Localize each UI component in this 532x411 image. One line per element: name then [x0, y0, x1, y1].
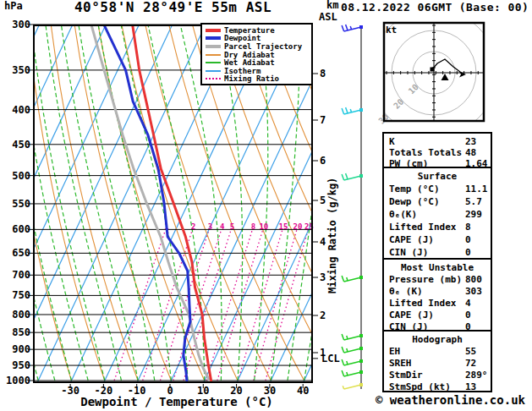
legend-label: Dewpoint	[224, 34, 261, 42]
pressure-tick-label: 550	[12, 198, 30, 210]
pressure-tick-label: 500	[12, 170, 30, 182]
stats-row-value: 55	[465, 346, 476, 357]
legend-label: Temperature	[224, 26, 275, 35]
wind-barb	[342, 334, 363, 340]
mixing-ratio-tick: 3	[208, 222, 212, 231]
mixing-ratio-tick: 8	[251, 222, 255, 231]
stats-row-value: 23	[465, 136, 476, 147]
legend-label: Mixing Ratio	[224, 74, 279, 83]
stats-row: Pressure (mb)800	[384, 274, 491, 286]
stats-row-label: EH	[389, 346, 400, 357]
mixing-ratio-tick: 2	[191, 222, 195, 231]
stats-row-value: 289°	[465, 370, 488, 381]
curve-temperature	[133, 25, 211, 381]
legend-item: Mixing Ratio	[206, 75, 311, 84]
legend-label: Dry Adiabat	[224, 51, 275, 59]
hodograph-ring-label: 20	[392, 97, 405, 111]
legend-label: Parcel Trajectory	[224, 42, 302, 51]
stats-row-value: 48	[465, 147, 476, 158]
wind-barb	[342, 25, 363, 31]
legend-label: Wet Adiabat	[224, 58, 275, 67]
stats-row-label: θₑ(K)	[389, 209, 417, 220]
km-tick-label: 8	[320, 68, 326, 79]
skewt-app: 1234581015202530035040045050055060065070…	[0, 0, 532, 411]
pressure-tick-label: 650	[12, 247, 30, 259]
stats-row-label: Dewp (°C)	[389, 196, 440, 207]
pressure-tick-label: 900	[12, 343, 30, 355]
stats-row-label: StmDir	[389, 370, 423, 381]
legend-swatch-parcel-trajectory	[206, 45, 221, 48]
mixing-ratio-tick: 10	[259, 222, 268, 231]
lcl-label: LCL	[321, 353, 340, 364]
legend-item: Isotherm	[206, 67, 311, 75]
stats-row-label: θₑ (K)	[389, 286, 423, 297]
legend-swatch-wet-adiabat	[206, 62, 221, 63]
stats-row-label: StmSpd (kt)	[389, 381, 451, 392]
stats-row: EH55	[384, 346, 491, 358]
stats-row: Lifted Index4	[384, 298, 491, 310]
hodograph-ring-label: 10	[407, 82, 420, 96]
stats-row-value: 8	[465, 222, 471, 233]
km-tick-label: 4	[320, 236, 326, 248]
pressure-tick-label: 950	[12, 359, 30, 371]
km-tick-label: 6	[320, 155, 326, 167]
legend-swatch-isotherm	[206, 70, 221, 72]
pressure-unit-label: hPa	[4, 1, 23, 12]
pressure-tick-label: 700	[12, 269, 30, 281]
temp-tick-label: 40	[297, 385, 309, 397]
km-unit-label: km	[326, 0, 338, 11]
mixing-ratio-tick: 15	[279, 222, 288, 231]
stats-box-surface: SurfaceTemp (°C)11.1Dewp (°C)5.7θₑ(K)299…	[382, 167, 492, 260]
stats-row-label: SREH	[389, 358, 412, 369]
stats-row-value: 0	[465, 234, 471, 245]
stats-title: Hodograph	[384, 334, 491, 346]
stats-row: SREH72	[384, 358, 491, 370]
km-asl-axis: 87654321	[313, 68, 326, 359]
footer-credit: © weatheronline.co.uk	[376, 394, 525, 407]
legend-swatch-dewpoint	[206, 36, 221, 40]
wind-barb	[342, 173, 363, 180]
stats-row: Temp (°C)11.1	[384, 184, 491, 196]
datetime-label: 08.12.2022 06GMT (Base: 00)	[341, 2, 529, 14]
stats-row: Lifted Index8	[384, 222, 491, 234]
stats-box-indices: K23Totals Totals48PW (cm)1.64	[382, 132, 492, 170]
wind-barb-column	[342, 25, 363, 389]
pressure-tick-label: 600	[12, 223, 30, 235]
stats-row-value: 303	[465, 286, 482, 297]
pressure-tick-label: 350	[12, 64, 30, 76]
legend-item: Wet Adiabat	[206, 58, 311, 67]
pressure-tick-label: 300	[12, 19, 30, 30]
mixing-ratio-axis-label: Mixing Ratio (g/kg)	[327, 151, 338, 320]
stats-row: CAPE (J)0	[384, 310, 491, 321]
stats-row: StmSpd (kt)13	[384, 381, 491, 393]
x-axis-label: Dewpoint / Temperature (°C)	[33, 396, 321, 408]
stats-row-label: CIN (J)	[389, 247, 428, 258]
wind-barb	[342, 107, 363, 114]
pressure-tick-label: 400	[12, 104, 30, 116]
hodograph-trace	[432, 59, 463, 74]
pressure-tick-label: 850	[12, 326, 30, 338]
pressure-tick-label: 450	[12, 139, 30, 151]
stats-row-label: K	[389, 136, 395, 147]
stats-row-label: CAPE (J)	[389, 310, 434, 321]
stats-box-hodograph: HodographEH55SREH72StmDir289°StmSpd (kt)…	[382, 330, 492, 392]
legend-item: Temperature	[206, 26, 311, 35]
stats-row-value: 800	[465, 274, 482, 285]
pressure-tick-label: 1000	[6, 375, 30, 386]
stats-row-label: Pressure (mb)	[389, 274, 462, 285]
asl-unit-label: ASL	[319, 12, 337, 23]
stats-row-value: 0	[465, 247, 471, 258]
stats-row: θₑ(K)299	[384, 209, 491, 222]
stats-row-label: Lifted Index	[389, 298, 456, 309]
wind-barb	[343, 383, 363, 389]
hodograph-kt-label: kt	[386, 25, 397, 36]
stats-row-value: 4	[465, 298, 471, 309]
stats-row: Dewp (°C)5.7	[384, 196, 491, 209]
stats-row-value: 13	[465, 381, 476, 392]
km-tick-label: 5	[320, 195, 326, 206]
stats-row: Totals Totals48	[384, 147, 491, 158]
temp-tick-label: -30	[61, 385, 80, 397]
stats-row-label: CAPE (J)	[389, 234, 434, 245]
stats-row-value: 0	[465, 310, 471, 321]
km-tick-label: 3	[320, 271, 326, 283]
